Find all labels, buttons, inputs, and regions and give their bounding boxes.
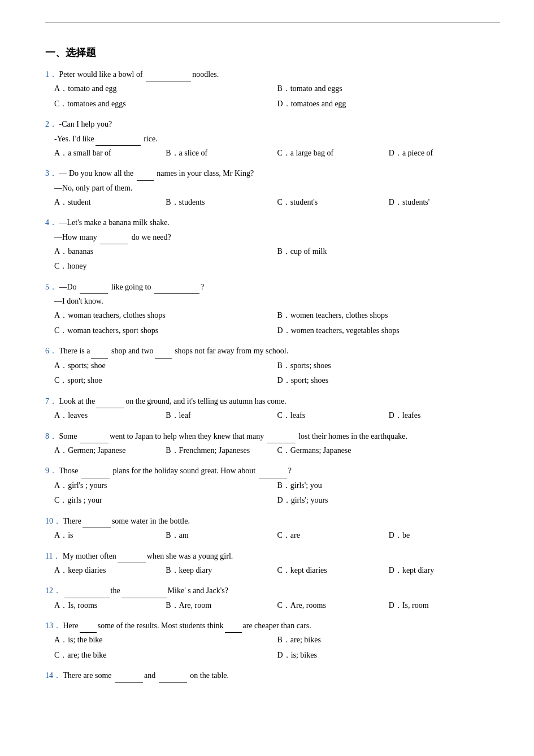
q3-options: A．student B．students C．student's D．stude… (54, 195, 500, 210)
top-divider (45, 23, 500, 23)
q1-text: Peter would like a bowl of noodles. (59, 70, 219, 79)
q10-option-c: C．are (277, 528, 389, 543)
q5-option-b: B．women teachers, clothes shops (277, 308, 501, 323)
section-title: 一、选择题 (45, 46, 500, 59)
q8-options: A．Germen; Japanese B．Frenchmen; Japanese… (54, 443, 500, 459)
q3-option-d: D．students' (389, 195, 500, 210)
q8-option-b: B．Frenchmen; Japaneses (166, 443, 277, 459)
q4-option-c: C．honey (54, 259, 277, 274)
question-11: 11． My mother oftenwhen she was a young … (45, 549, 500, 578)
q5-continuation: —I don't know. (54, 294, 500, 308)
q5-options: A．woman teachers, clothes shops B．women … (54, 308, 500, 338)
question-12: 12． theMike' s and Jack's? A．Is, rooms B… (45, 584, 500, 613)
q7-number: 7． (45, 397, 57, 405)
q4-option-b: B．cup of milk (277, 244, 501, 260)
q12-number: 12． (45, 586, 61, 595)
q11-option-d: D．kept diary (389, 563, 500, 578)
q7-option-a: A．leaves (54, 408, 166, 424)
q9-number: 9． (45, 466, 57, 475)
question-1: 1． Peter would like a bowl of noodles. A… (45, 67, 500, 111)
q10-option-d: D．be (389, 528, 500, 543)
q8-number: 8． (45, 432, 57, 440)
q10-number: 10． (45, 517, 61, 525)
q1-number: 1． (45, 70, 57, 79)
q7-option-b: B．leaf (166, 408, 277, 424)
q7-options: A．leaves B．leaf C．leafs D．leafes (54, 408, 500, 424)
q1-option-d: D．tomatoes and egg (277, 97, 501, 112)
q12-option-c: C．Are, rooms (277, 598, 389, 614)
question-10: 10． Theresome water in the bottle. A．is … (45, 514, 500, 543)
q4-option-a: A．bananas (54, 244, 277, 260)
q9-option-b: B．girls'; you (277, 478, 501, 494)
q2-option-c: C．a large bag of (277, 146, 389, 161)
q7-text: Look at theon the ground, and it's telli… (59, 397, 286, 405)
q3-option-b: B．students (166, 195, 277, 210)
q8-option-a: A．Germen; Japanese (54, 443, 166, 459)
q12-option-b: B．Are, room (166, 598, 277, 614)
q10-option-a: A．is (54, 528, 166, 543)
q2-number: 2． (45, 120, 57, 128)
q13-text: Heresome of the results. Most students t… (63, 621, 311, 630)
q6-option-c: C．sport; shoe (54, 373, 277, 388)
q1-option-c-label: C． (54, 100, 67, 108)
q6-text: There is a shop and two shops not far aw… (59, 347, 288, 355)
q4-number: 4． (45, 218, 57, 227)
q1-option-a: A．tomato and egg (54, 81, 277, 97)
q2-options: A．a small bar of B．a slice of C．a large … (54, 146, 500, 161)
q9-text: Those plans for the holiday sound great.… (59, 466, 292, 475)
q13-option-a: A．is; the bike (54, 633, 277, 648)
question-3: 3． — Do you know all the names in your c… (45, 166, 500, 210)
question-8: 8． Some went to Japan to help when they … (45, 429, 500, 459)
q10-text: Theresome water in the bottle. (63, 517, 190, 525)
q5-number: 5． (45, 283, 57, 291)
q11-option-c: C．kept diaries (277, 563, 389, 578)
q13-options: A．is; the bike B．are; bikes C．are; the b… (54, 633, 500, 663)
q3-number: 3． (45, 169, 57, 178)
q9-options: A．girl's ; yours B．girls'; you C．girls ;… (54, 478, 500, 508)
q8-option-c: C．Germans; Japanese (277, 443, 389, 459)
q6-options: A．sports; shoe B．sports; shoes C．sport; … (54, 358, 500, 388)
q4-continuation: —How many do we need? (54, 230, 500, 244)
question-13: 13． Heresome of the results. Most studen… (45, 619, 500, 663)
question-9: 9． Those plans for the holiday sound gre… (45, 464, 500, 508)
q3-continuation: —No, only part of them. (54, 181, 500, 195)
q1-option-b-label: B． (277, 84, 290, 93)
q5-text: —Do like going to ? (59, 283, 205, 291)
q2-option-a: A．a small bar of (54, 146, 166, 161)
q10-option-b: B．am (166, 528, 277, 543)
q10-options: A．is B．am C．are D．be (54, 528, 500, 543)
q5-option-c: C．woman teachers, sport shops (54, 323, 277, 339)
q7-option-c: C．leafs (277, 408, 389, 424)
q6-option-a: A．sports; shoe (54, 358, 277, 374)
question-6: 6． There is a shop and two shops not far… (45, 344, 500, 388)
q11-number: 11． (45, 552, 60, 560)
q9-option-a: A．girl's ; yours (54, 478, 277, 494)
q2-option-b: B．a slice of (166, 146, 277, 161)
q11-option-a: A．keep diaries (54, 563, 166, 578)
q9-option-c: C．girls ; your (54, 493, 277, 508)
q12-text: theMike' s and Jack's? (63, 586, 228, 595)
q1-option-c: C．tomatoes and eggs (54, 97, 277, 112)
question-7: 7． Look at theon the ground, and it's te… (45, 394, 500, 424)
q11-options: A．keep diaries B．keep diary C．kept diari… (54, 563, 500, 578)
q3-text: — Do you know all the names in your clas… (59, 169, 254, 178)
question-14: 14． There are some and on the table. (45, 668, 500, 682)
q1-option-b: B．tomato and eggs (277, 81, 501, 97)
q13-number: 13． (45, 621, 61, 630)
q14-number: 14． (45, 671, 61, 680)
q11-option-b: B．keep diary (166, 563, 277, 578)
q11-text: My mother oftenwhen she was a young girl… (63, 552, 233, 560)
q2-continuation: -Yes. I'd like rice. (54, 132, 500, 146)
q1-option-a-label: A． (54, 84, 68, 93)
q4-options: A．bananas B．cup of milk C．honey (54, 244, 500, 274)
q6-option-b: B．sports; shoes (277, 358, 501, 374)
q13-option-c: C．are; the bike (54, 648, 277, 663)
q3-option-c: C．student's (277, 195, 389, 210)
q4-text: —Let's make a banana milk shake. (59, 218, 170, 227)
q13-option-b: B．are; bikes (277, 633, 501, 648)
q1-option-d-label: D． (277, 100, 291, 108)
q9-option-d: D．girls'; yours (277, 493, 501, 508)
q2-option-d: D．a piece of (389, 146, 500, 161)
q5-option-a: A．woman teachers, clothes shops (54, 308, 277, 323)
q12-option-a: A．Is, rooms (54, 598, 166, 614)
